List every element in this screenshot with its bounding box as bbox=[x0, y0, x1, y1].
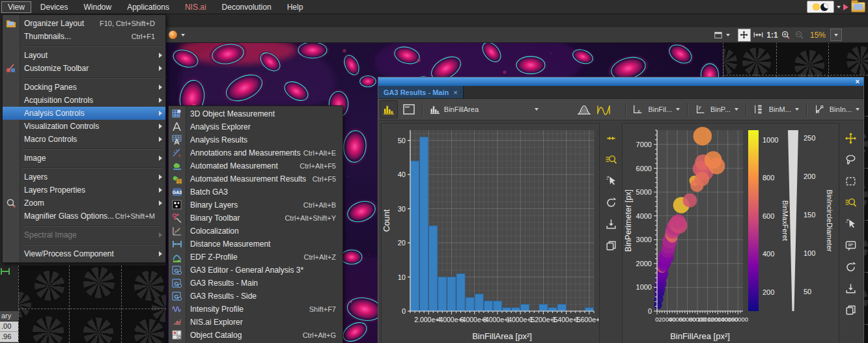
menu-item-ga3-results-side[interactable]: GGA3 Results - Side bbox=[169, 290, 343, 303]
menu-item-nis-ai-explorer[interactable]: .aiNIS.ai Explorer bbox=[169, 316, 343, 329]
menu-item-binary-layers[interactable]: Binary LayersCtrl+Alt+B bbox=[169, 199, 343, 212]
svg-text:.ai: .ai bbox=[173, 319, 180, 326]
x-axis-source-dropdown[interactable]: xBinFil... bbox=[628, 103, 684, 115]
menu-item-docking-panes[interactable]: Docking Panes bbox=[3, 81, 165, 94]
curve-overlay-button[interactable] bbox=[595, 101, 612, 118]
menu-item-ga3-results-main[interactable]: GGA3 Results - Main bbox=[169, 277, 343, 290]
zoom-selection-icon[interactable] bbox=[845, 197, 857, 209]
menu-item-automated-measurement[interactable]: Automated MeasurementCtrl+Alt+F5 bbox=[169, 159, 343, 172]
menu-item-label: 3D Object Measurement bbox=[190, 109, 275, 118]
menu-item-zoom[interactable]: Zoom bbox=[3, 197, 165, 210]
thumbnail-placeholder-icon bbox=[740, 46, 774, 77]
ga3-tab-bar: GA3 Results - Main × bbox=[378, 86, 863, 99]
size-source-dropdown[interactable]: BinIn... bbox=[810, 103, 863, 115]
lut-channel-icon[interactable] bbox=[169, 31, 177, 39]
zoom-out-icon[interactable] bbox=[794, 29, 805, 41]
menu-item-3d-object-measurement[interactable]: 3D Object Measurement bbox=[169, 107, 343, 120]
close-icon[interactable]: × bbox=[856, 77, 860, 86]
svg-text:100: 100 bbox=[804, 249, 815, 257]
copy-icon[interactable] bbox=[845, 304, 857, 316]
menu-item-batch-ga3[interactable]: GA3Batch GA3 bbox=[169, 185, 343, 199]
menu-devices[interactable]: Devices bbox=[34, 1, 75, 13]
open-arrow-icon[interactable] bbox=[843, 4, 848, 10]
tab-close-icon[interactable]: × bbox=[453, 89, 457, 96]
menu-item-annotations-and-measurements[interactable]: Annotations and MeasurementsCtrl+Alt+E bbox=[169, 146, 343, 159]
menu-item-layout[interactable]: Layout bbox=[3, 49, 165, 62]
thumbnail-placeholder-icon bbox=[77, 266, 121, 305]
ga3-icon: G bbox=[171, 265, 183, 275]
histogram-view-button[interactable] bbox=[380, 100, 398, 118]
svg-text:GA3: GA3 bbox=[173, 190, 182, 195]
actual-size-button[interactable]: 1:1 bbox=[766, 29, 778, 41]
menu-nis-ai[interactable]: NIS.ai bbox=[178, 1, 213, 13]
menu-item-acquisition-controls[interactable]: Acquisition Controls bbox=[3, 94, 165, 107]
table-view-button[interactable] bbox=[400, 101, 417, 118]
chevron-down-icon[interactable] bbox=[726, 34, 730, 36]
menu-item-intensity-profile[interactable]: Intensity ProfileShift+F7 bbox=[169, 303, 343, 316]
pointer-icon[interactable] bbox=[845, 218, 857, 230]
menu-item-ga3-editor-general-analysis-3[interactable]: GGA3 Editor - General Analysis 3* bbox=[169, 264, 343, 277]
menu-deconvolution[interactable]: Deconvolution bbox=[216, 1, 278, 13]
y-axis-source-dropdown[interactable]: yBinP... bbox=[691, 103, 742, 115]
fit-width-button[interactable] bbox=[753, 29, 764, 41]
chevron-down-icon[interactable] bbox=[837, 6, 841, 8]
menu-item-distance-measurement[interactable]: Distance Measurement bbox=[169, 238, 343, 251]
pointer-icon[interactable] bbox=[605, 175, 617, 187]
intensity-icon bbox=[171, 304, 183, 314]
thumbnail-placeholder-icon bbox=[845, 44, 868, 77]
menu-item-visualization-controls[interactable]: Visualization Controls bbox=[3, 120, 165, 133]
export-icon[interactable] bbox=[605, 218, 617, 230]
histogram-chart[interactable]: 010203040502.000e+44.000e+46.000e+48.000… bbox=[382, 124, 599, 343]
menu-item-layers-properties[interactable]: Layers Properties bbox=[3, 184, 165, 197]
export-icon[interactable] bbox=[845, 282, 857, 295]
menu-item-organizer-layout[interactable]: Organizer LayoutF10, Ctrl+Shift+D bbox=[3, 17, 165, 30]
copy-icon[interactable] bbox=[605, 240, 617, 252]
zoom-in-icon[interactable] bbox=[780, 29, 792, 41]
distribution-fit-button[interactable] bbox=[576, 101, 593, 118]
menu-item-view-process-component[interactable]: View/Process Component bbox=[3, 247, 165, 260]
menu-item-image[interactable]: Image bbox=[3, 152, 165, 165]
menu-applications[interactable]: Applications bbox=[120, 1, 176, 13]
menu-item-analysis-controls[interactable]: Analysis Controls bbox=[3, 107, 165, 120]
menu-window[interactable]: Window bbox=[77, 1, 118, 13]
menu-item-object-catalog[interactable]: Object CatalogCtrl+Alt+G bbox=[169, 329, 343, 342]
menu-item-magnifier-glass-options[interactable]: Magnifier Glass Options...Ctrl+Shift+M bbox=[3, 210, 165, 223]
menu-item-spectral-image[interactable]: Spectral Image bbox=[3, 228, 165, 241]
color-source-dropdown[interactable]: BinM... bbox=[749, 103, 803, 115]
menu-item-analysis-results[interactable]: Analysis Results bbox=[169, 133, 343, 146]
menu-item-shortcut: Ctrl+Alt+B bbox=[303, 201, 336, 209]
zoom-level-dropdown[interactable] bbox=[830, 29, 842, 41]
menu-item-macro-controls[interactable]: Macro Controls bbox=[3, 133, 165, 146]
scatter-tools bbox=[839, 123, 861, 343]
menu-item-binary-toolbar[interactable]: Binary ToolbarCtrl+Alt+Shift+Y bbox=[169, 212, 343, 225]
menu-item-label: Visualization Controls bbox=[24, 122, 99, 131]
menu-item-thumbnails[interactable]: Thumbnails...Ctrl+F1 bbox=[3, 30, 165, 43]
tab-ga3-results-main[interactable]: GA3 Results - Main × bbox=[378, 86, 464, 98]
menu-item-colocalization[interactable]: Colocalization bbox=[169, 225, 343, 238]
marquee-icon[interactable] bbox=[845, 175, 857, 187]
lasso-icon[interactable] bbox=[845, 154, 857, 166]
zoom-level-value[interactable]: 15% bbox=[807, 31, 828, 40]
menu-item-automated-measurement-results[interactable]: Automated Measurement ResultsCtrl+F5 bbox=[169, 172, 343, 185]
refresh-icon[interactable] bbox=[605, 197, 617, 209]
move-icon[interactable] bbox=[845, 132, 857, 144]
histogram-source-dropdown[interactable]: BinFillArea bbox=[426, 104, 542, 115]
zoom-selection-icon[interactable] bbox=[605, 154, 617, 166]
menu-view[interactable]: View bbox=[1, 1, 31, 13]
ga3-window-titlebar[interactable]: × bbox=[378, 77, 863, 86]
refresh-icon[interactable] bbox=[845, 261, 857, 273]
annotation-icon[interactable] bbox=[845, 240, 857, 252]
menu-item-layers[interactable]: Layers bbox=[3, 171, 165, 184]
menu-item-analysis-explorer[interactable]: Analysis Explorer bbox=[169, 120, 343, 133]
theme-toggle-button[interactable] bbox=[807, 1, 834, 13]
chevron-down-icon[interactable] bbox=[181, 34, 185, 36]
menu-help[interactable]: Help bbox=[281, 1, 310, 13]
menu-item-customize-toolbar[interactable]: Customize Toolbar bbox=[3, 62, 165, 75]
open-folder-icon[interactable] bbox=[851, 2, 865, 12]
fit-to-screen-button[interactable] bbox=[738, 29, 751, 42]
menu-item-label: Analysis Explorer bbox=[190, 122, 251, 131]
pan-horizontal-icon[interactable] bbox=[605, 132, 617, 144]
scatter-chart[interactable]: 0100020003000400050006000700002000040000… bbox=[623, 124, 839, 343]
menu-item-edf-z-profile[interactable]: EDF Z-ProfileCtrl+Alt+Z bbox=[169, 251, 343, 264]
layers-menu-icon[interactable] bbox=[712, 29, 724, 41]
